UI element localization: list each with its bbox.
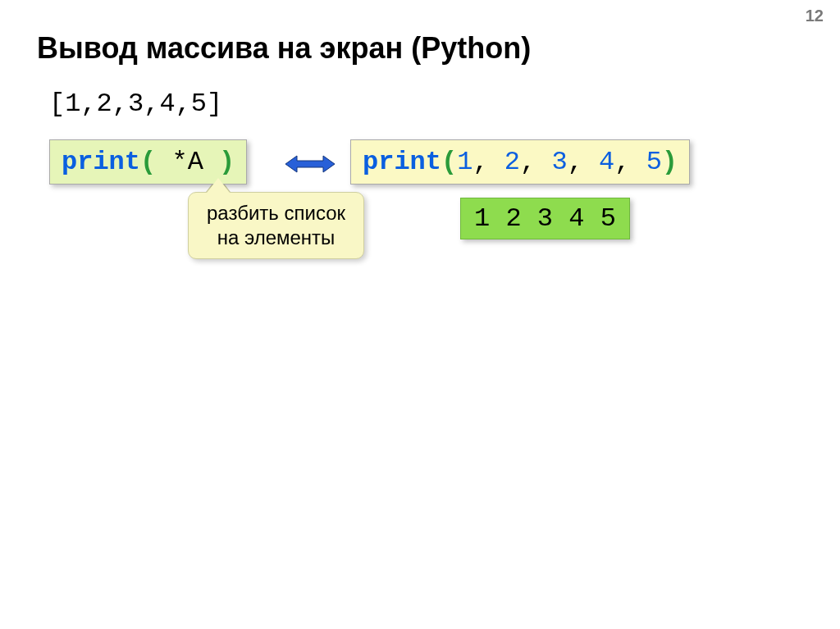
- arg: 4: [599, 147, 614, 177]
- callout-line-2: на элементы: [207, 226, 345, 250]
- arg: 1: [457, 147, 472, 177]
- open-paren: (: [441, 147, 457, 177]
- sep: ,: [472, 147, 504, 177]
- keyword-print: print: [363, 147, 441, 177]
- sep: ,: [568, 147, 599, 177]
- code-body: *A: [156, 147, 219, 177]
- keyword-print: print: [62, 147, 140, 177]
- code-print-expanded: print(1, 2, 3, 4, 5): [350, 139, 690, 185]
- page-number: 12: [806, 7, 824, 25]
- array-literal: [1,2,3,4,5]: [49, 89, 222, 119]
- double-arrow-icon: [285, 154, 335, 174]
- arg: 3: [551, 147, 567, 177]
- sep: ,: [520, 147, 551, 177]
- close-paren: ): [662, 147, 678, 177]
- open-paren: (: [140, 147, 156, 177]
- callout-line-1: разбить список: [207, 201, 345, 226]
- svg-marker-0: [285, 156, 335, 172]
- arg: 5: [646, 147, 662, 177]
- callout-note: разбить список на элементы: [188, 192, 364, 259]
- arg: 2: [504, 147, 520, 177]
- slide-title: Вывод массива на экран (Python): [37, 31, 531, 66]
- output-result: 1 2 3 4 5: [460, 198, 630, 239]
- close-paren: ): [219, 147, 235, 177]
- sep: ,: [614, 147, 646, 177]
